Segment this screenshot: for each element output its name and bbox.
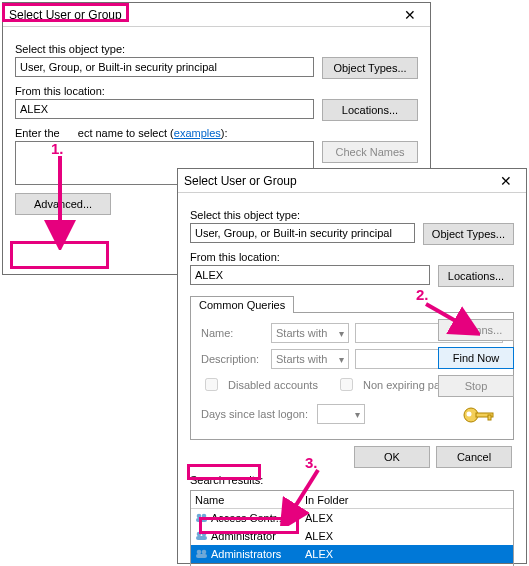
search-results-list[interactable]: Name In Folder Access Contr...ALEXAdmini… — [190, 490, 514, 566]
svg-rect-12 — [196, 554, 207, 558]
location-label: From this location: — [190, 251, 514, 263]
object-type-label: Select this object type: — [15, 43, 418, 55]
locations-button[interactable]: Locations... — [438, 265, 514, 287]
days-since-combo[interactable] — [317, 404, 365, 424]
result-row[interactable]: Access Contr...ALEX — [191, 509, 513, 527]
advanced-button[interactable]: Advanced... — [15, 193, 111, 215]
object-types-button[interactable]: Object Types... — [423, 223, 514, 245]
svg-point-10 — [197, 549, 202, 554]
ok-button[interactable]: OK — [354, 446, 430, 468]
find-now-button[interactable]: Find Now — [438, 347, 514, 369]
tab-common-queries[interactable]: Common Queries — [190, 296, 294, 313]
stop-button[interactable]: Stop — [438, 375, 514, 397]
group-icon — [195, 547, 208, 562]
svg-rect-6 — [196, 518, 207, 522]
days-since-label: Days since last logon: — [201, 408, 311, 420]
svg-point-7 — [197, 531, 202, 536]
results-header: Name In Folder — [191, 491, 513, 509]
close-icon[interactable]: ✕ — [492, 173, 520, 189]
svg-rect-9 — [196, 536, 207, 540]
svg-point-8 — [202, 531, 207, 536]
titlebar-1: Select User or Group ✕ — [3, 3, 430, 27]
object-type-label: Select this object type: — [190, 209, 514, 221]
titlebar-2: Select User or Group ✕ — [178, 169, 526, 193]
locations-button[interactable]: Locations... — [322, 99, 418, 121]
col-name[interactable]: Name — [191, 494, 301, 506]
desc-match-combo[interactable]: Starts with — [271, 349, 349, 369]
object-type-field[interactable] — [190, 223, 415, 243]
location-field[interactable] — [15, 99, 314, 119]
disabled-accounts-checkbox[interactable] — [205, 378, 218, 391]
svg-point-3 — [467, 412, 472, 417]
result-name: Administrator — [211, 530, 276, 542]
check-names-button[interactable]: Check Names — [322, 141, 418, 163]
close-icon[interactable]: ✕ — [396, 7, 424, 23]
result-row[interactable]: AdministratorALEX — [191, 527, 513, 545]
svg-point-5 — [202, 513, 207, 518]
nonexpiring-checkbox[interactable] — [340, 378, 353, 391]
group-icon — [195, 529, 208, 544]
result-folder: ALEX — [301, 512, 513, 524]
object-type-field[interactable] — [15, 57, 314, 77]
svg-point-4 — [197, 513, 202, 518]
disabled-accounts-label: Disabled accounts — [228, 379, 318, 391]
result-folder: ALEX — [301, 530, 513, 542]
result-row[interactable]: AdministratorsALEX — [191, 545, 513, 563]
name-match-combo[interactable]: Starts with — [271, 323, 349, 343]
location-label: From this location: — [15, 85, 418, 97]
name-filter-label: Name: — [201, 327, 265, 339]
svg-rect-2 — [488, 415, 491, 420]
location-field[interactable] — [190, 265, 430, 285]
group-icon — [195, 511, 208, 526]
object-types-button[interactable]: Object Types... — [322, 57, 418, 79]
col-folder[interactable]: In Folder — [301, 494, 513, 506]
svg-point-11 — [202, 549, 207, 554]
dialog-title: Select User or Group — [184, 174, 297, 188]
result-folder: ALEX — [301, 548, 513, 560]
dialog-title: Select User or Group — [9, 8, 122, 22]
columns-button[interactable]: Columns... — [438, 319, 514, 341]
key-icon — [461, 401, 497, 429]
dialog-select-user-2: Select User or Group ✕ Select this objec… — [177, 168, 527, 564]
result-name: Access Contr... — [211, 512, 285, 524]
desc-filter-label: Description: — [201, 353, 265, 365]
result-name: Administrators — [211, 548, 281, 560]
cancel-button[interactable]: Cancel — [436, 446, 512, 468]
examples-link[interactable]: examples — [174, 127, 221, 139]
enter-name-label: Enter the ect name to select (examples): — [15, 127, 418, 139]
search-results-label: Search results: — [190, 474, 514, 486]
